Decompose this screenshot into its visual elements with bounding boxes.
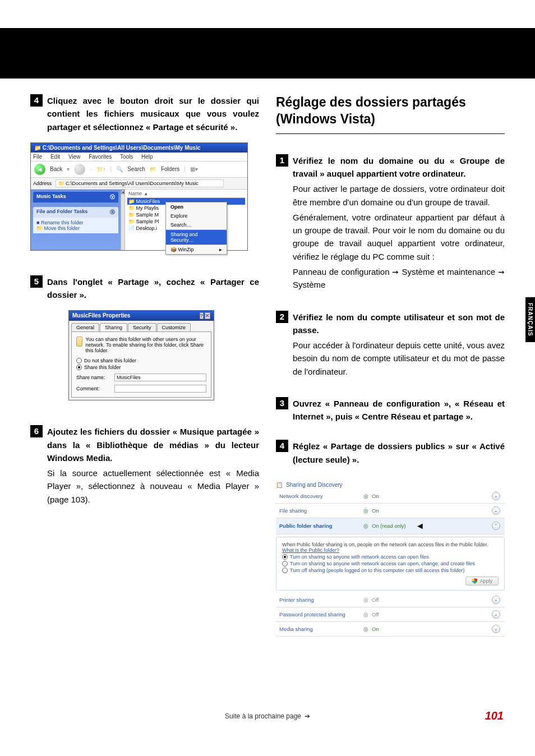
step-body: Ajoutez les fichiers du dossier « Musiqu… (47, 425, 259, 506)
vista-row-printer: Printer sharing ◎ Off ⌄ (276, 593, 505, 607)
tab-sharing: Sharing (100, 323, 127, 331)
row-value: ◎ Off (363, 611, 490, 617)
step-number: 1 (276, 154, 288, 167)
vista-section-head: 📋 Sharing and Discovery (276, 481, 505, 489)
address-label: Address (33, 181, 52, 186)
help-icon: ? (200, 312, 204, 319)
explorer-sidebar: Music Tasksⓥ File and Folder Tasksⓐ ■ Re… (31, 190, 121, 250)
explorer-menubar: File Edit View Favorites Tools Help (31, 153, 247, 162)
explorer-body: Music Tasksⓥ File and Folder Tasksⓐ ■ Re… (31, 190, 247, 250)
vista-row-network: Network discovery ◎ On ⌄ (276, 489, 505, 504)
properties-tabs: General Sharing Security Customize (69, 321, 214, 331)
row-label: Printer sharing (279, 597, 363, 603)
ctx-winzip: 📦 WinZip▸ (166, 245, 227, 254)
step-6: 6 Ajoutez les fichiers du dossier « Musi… (30, 425, 259, 506)
apply-button: Apply (465, 577, 499, 586)
panel-link: What is the Public folder? (282, 547, 339, 553)
step-title: Vérifiez le nom du domaine ou du « Group… (293, 154, 505, 181)
arrow-icon: ➞ (392, 266, 399, 279)
explorer-file-list: Name ▴ 📁 MusicFiles 📁 My Playlis 📁 Sampl… (125, 190, 247, 250)
comment-row: Comment: (76, 385, 206, 393)
music-tasks-head: Music Tasksⓥ (33, 192, 118, 202)
explorer-toolbar: ◄ Back ▾ - 📁↑ | 🔍 Search 📂 Folders | ▦▾ (31, 162, 247, 178)
properties-title-text: MusicFiles Properties (72, 312, 130, 319)
step-number: 5 (30, 275, 43, 288)
chevron-down-icon: ⌄ (492, 625, 500, 633)
share-name-row: Share name: (76, 374, 206, 381)
arrow-icon: ➞ (498, 266, 505, 279)
step-4-right: 4 Réglez « Partage de dossiers publics »… (276, 440, 505, 466)
radio-opt1: Turn on sharing so anyone with network a… (282, 554, 499, 560)
indicator-arrow-icon: ◄ (416, 521, 425, 531)
step-title: Réglez « Partage de dossiers publics » s… (293, 440, 505, 466)
search-label: Search (127, 166, 145, 172)
comment-label: Comment: (76, 386, 111, 391)
views-icon: ▦▾ (190, 166, 198, 172)
language-tab: FRANÇAIS (525, 297, 535, 342)
footer-text: Suite à la prochaine page ➔ (225, 712, 310, 720)
step-1: 1 Vérifiez le nom du domaine ou du « Gro… (276, 154, 505, 292)
row-label: Network discovery (279, 493, 363, 499)
step-number: 4 (276, 440, 288, 452)
section-title: Réglage des dossiers partagés (Windows V… (276, 94, 505, 134)
vista-row-media: Media sharing ◎ On ⌄ (276, 622, 505, 637)
left-column: 4 Cliquez avec le bouton droit sur le do… (30, 94, 259, 637)
back-label: Back (50, 166, 62, 172)
vista-expanded-panel: When Public folder sharing is on, people… (276, 537, 505, 591)
explorer-titlebar: 📁 C:\Documents and Settings\All Users\Do… (31, 143, 247, 153)
forward-icon (74, 164, 85, 175)
row-value: ◎ On (363, 626, 490, 632)
properties-body: You can share this folder with other use… (71, 331, 211, 398)
row-label: Media sharing (279, 626, 363, 632)
arrow-icon: ➔ (305, 712, 310, 720)
step-4: 4 Cliquez avec le bouton droit sur le do… (30, 94, 259, 133)
vista-screenshot: 📋 Sharing and Discovery Network discover… (276, 481, 505, 637)
properties-screenshot: MusicFiles Properties ?✕ General Sharing… (68, 310, 214, 400)
close-icon: ✕ (205, 312, 210, 319)
step-body: Vérifiez le nom du domaine ou du « Group… (293, 154, 505, 292)
share-name-label: Share name: (76, 375, 111, 380)
step-detail: Si la source actuellement sélectionnée e… (47, 467, 259, 506)
shield-icon (472, 578, 477, 584)
tab-general: General (71, 323, 99, 331)
radio-do-not-share: Do not share this folder (76, 358, 206, 363)
header-black-bar (0, 28, 535, 79)
step-detail: Panneau de configuration ➞ Système et ma… (293, 265, 505, 292)
row-value: ◎ On (read only) ◄ (363, 521, 490, 531)
list-header-name: Name ▴ (127, 190, 245, 198)
properties-titlebar: MusicFiles Properties ?✕ (69, 311, 214, 321)
scroll-up-icon: ▴ (121, 190, 124, 194)
menu-help: Help (141, 154, 153, 160)
page-number: 101 (485, 709, 504, 722)
ctx-search: Search… (166, 220, 227, 229)
chevron-up-icon: ⌃ (492, 522, 500, 530)
explorer-title-text: C:\Documents and Settings\All Users\Docu… (43, 145, 201, 151)
menu-edit: Edit (50, 154, 60, 160)
step-number: 6 (30, 425, 43, 437)
ctx-open: Open (166, 202, 227, 211)
explorer-screenshot: 📁 C:\Documents and Settings\All Users\Do… (30, 142, 248, 251)
radio-opt2: Turn on sharing so anyone with network a… (282, 561, 499, 566)
address-bar: Address 📁 C:\Documents and Settings\All … (31, 178, 247, 190)
ctx-sharing-security: Sharing and Security… (166, 230, 227, 245)
step-detail: Généralement, votre ordinateur appartien… (293, 211, 505, 263)
row-value: ◎ On (363, 493, 490, 499)
ctx-explore: Explore (166, 211, 227, 220)
row-label: Password protected sharing (279, 611, 363, 617)
up-icon: 📁↑ (96, 166, 106, 172)
step-number: 3 (276, 397, 288, 409)
step-3: 3 Ouvrez « Panneau de configuration », «… (276, 397, 505, 423)
step-title: Ouvrez « Panneau de configuration », « R… (293, 397, 505, 423)
folders-label: Folders (161, 166, 179, 172)
menu-file: File (33, 154, 42, 160)
step-detail: Pour accéder à l'ordinateur depuis cette… (293, 339, 505, 378)
chevron-down-icon: ⌄ (492, 506, 500, 515)
right-column: Réglage des dossiers partagés (Windows V… (276, 94, 505, 637)
panel-text: When Public folder sharing is on, people… (282, 542, 499, 553)
step-title: Cliquez avec le bouton droit sur le doss… (47, 94, 259, 133)
chevron-down-icon: ⌄ (492, 492, 500, 500)
menu-view: View (68, 154, 81, 160)
step-detail: Pour activer le partage de dossiers, vot… (293, 182, 505, 209)
row-value: ◎ On (363, 508, 490, 514)
tab-security: Security (128, 323, 156, 331)
